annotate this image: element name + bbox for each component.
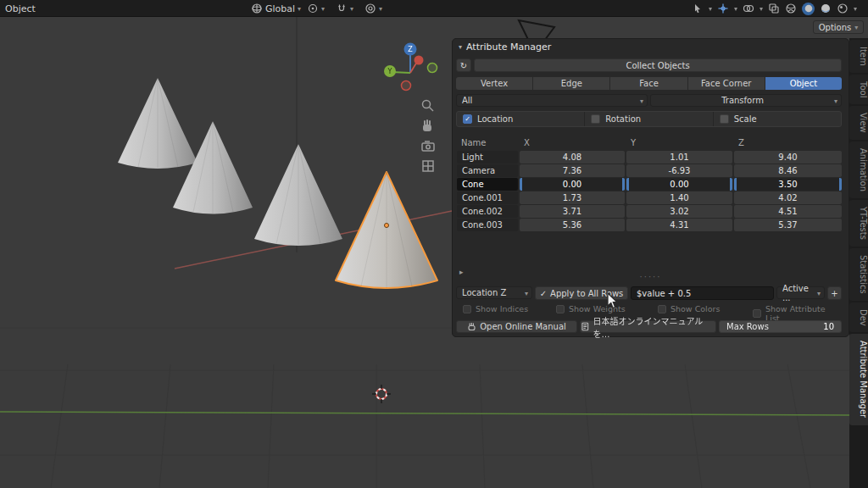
tab-yt-tests[interactable]: YT-Tests: [849, 200, 868, 247]
collect-objects-button[interactable]: Collect Objects: [474, 58, 842, 72]
gizmo-x-neg-axis[interactable]: [402, 81, 411, 91]
subpanel-expand-icon[interactable]: ▸: [459, 268, 464, 276]
table-row: Cone.003 5.36 4.31 5.37: [457, 219, 842, 231]
camera-view-icon[interactable]: [422, 141, 434, 151]
options-button[interactable]: Options ▾: [813, 20, 864, 34]
row-x-cell[interactable]: 0.00: [520, 178, 625, 191]
batch-attribute-dropdown[interactable]: Location Z ▾: [456, 286, 532, 299]
row-z-cell[interactable]: 8.46: [734, 164, 842, 177]
tab-item[interactable]: Item: [849, 40, 868, 73]
tab-object[interactable]: Object: [765, 77, 842, 90]
tab-tool[interactable]: Tool: [849, 75, 868, 104]
toggle-rotation[interactable]: Rotation: [585, 112, 713, 126]
row-y-cell[interactable]: 1.01: [626, 151, 732, 164]
chevron-down-icon: ▾: [854, 5, 857, 13]
magnet-icon: [336, 3, 348, 14]
rendered-shading-icon[interactable]: [837, 3, 849, 14]
tab-vertex[interactable]: Vertex: [456, 77, 532, 90]
gizmo-y-neg-axis[interactable]: [428, 64, 437, 73]
row-name-cell[interactable]: Cone: [457, 178, 518, 191]
row-z-cell[interactable]: 4.51: [734, 205, 842, 218]
tab-face-corner[interactable]: Face Corner: [688, 77, 765, 90]
solid-shading-active[interactable]: [802, 3, 815, 15]
toggle-location[interactable]: ✓ Location: [457, 112, 585, 126]
panel-collapse-icon[interactable]: ▾: [459, 43, 462, 51]
toggle-scale[interactable]: Scale: [714, 112, 841, 126]
navigation-gizmo[interactable]: Z Y: [384, 43, 437, 91]
tab-edge[interactable]: Edge: [533, 77, 609, 90]
row-y-cell[interactable]: 0.00: [626, 178, 732, 191]
globe-icon: [251, 3, 263, 14]
row-x-cell[interactable]: 7.36: [520, 164, 625, 177]
chevron-down-icon: ▾: [640, 97, 643, 104]
refresh-button[interactable]: ↻: [456, 58, 471, 72]
tab-dev[interactable]: Dev: [849, 302, 868, 333]
gizmos-icon[interactable]: [717, 3, 729, 14]
resize-handle[interactable]: ·····: [640, 272, 662, 281]
header-z: Z: [734, 138, 842, 150]
snap-dropdown[interactable]: ▾: [336, 0, 353, 17]
cursor-3d: [372, 385, 391, 403]
open-online-manual-button[interactable]: Open Online Manual: [456, 320, 577, 333]
add-attribute-button[interactable]: +: [827, 286, 842, 300]
topbar: Object Global ▾ ▾ ▾ ▾ ▾ ▾: [0, 0, 868, 17]
mode-menu[interactable]: Object: [5, 0, 36, 17]
proportional-edit-dropdown[interactable]: ▾: [364, 0, 382, 17]
row-name-cell[interactable]: Light: [457, 151, 518, 164]
row-x-cell[interactable]: 3.71: [520, 205, 625, 218]
tab-statistics[interactable]: Statistics: [849, 248, 868, 301]
tab-face[interactable]: Face: [610, 77, 687, 90]
open-japanese-manual-button[interactable]: 日本語オンラインマニュアルを…: [580, 320, 716, 333]
tab-view[interactable]: View: [849, 106, 868, 140]
row-name-cell[interactable]: Cone.001: [457, 191, 518, 204]
row-z-cell[interactable]: 5.37: [734, 219, 842, 231]
checkbox-unchecked[interactable]: [753, 309, 761, 318]
checkbox-unchecked[interactable]: [658, 305, 666, 313]
checkbox-unchecked[interactable]: [463, 305, 471, 313]
attribute-filter-dropdown[interactable]: All ▾: [456, 94, 648, 107]
checkbox-checked[interactable]: ✓: [463, 114, 472, 124]
row-y-cell[interactable]: 3.02: [626, 205, 732, 218]
zoom-control-icon[interactable]: [423, 101, 434, 112]
row-y-cell[interactable]: -6.93: [626, 164, 732, 177]
row-name-cell[interactable]: Cone.003: [457, 219, 518, 231]
object-origin-dot: [385, 224, 389, 228]
chevron-down-icon: ▾: [298, 5, 301, 13]
checkbox-unchecked[interactable]: [720, 114, 729, 124]
pivot-dropdown[interactable]: ▾: [307, 0, 325, 17]
wireframe-shading-icon[interactable]: [785, 3, 797, 14]
pan-control-icon[interactable]: [423, 119, 431, 131]
category-dropdown[interactable]: Transform ▾: [650, 94, 842, 107]
toggle-show-indices[interactable]: Show Indices: [463, 304, 528, 313]
material-shading-icon[interactable]: [820, 3, 832, 14]
row-x-cell[interactable]: 5.36: [520, 219, 625, 231]
row-name-cell[interactable]: Camera: [457, 164, 518, 177]
xray-icon[interactable]: [768, 3, 780, 14]
row-name-cell[interactable]: Cone.002: [457, 205, 518, 218]
row-y-cell[interactable]: 4.31: [626, 219, 732, 231]
grid-view-icon[interactable]: [423, 161, 433, 171]
row-z-cell[interactable]: 9.40: [734, 151, 842, 164]
max-rows-field[interactable]: Max Rows 10: [719, 320, 842, 333]
gizmo-x-axis[interactable]: [415, 56, 424, 65]
row-x-cell[interactable]: 1.73: [520, 191, 625, 204]
checkbox-unchecked[interactable]: [591, 114, 600, 124]
checkbox-unchecked[interactable]: [556, 305, 565, 313]
tab-animation[interactable]: Animation: [849, 141, 868, 198]
mode-label: Object: [5, 3, 36, 14]
table-header: Name X Y Z: [457, 138, 842, 150]
expression-input[interactable]: [631, 286, 774, 300]
selectability-icon[interactable]: [692, 3, 704, 14]
row-z-cell[interactable]: 4.02: [734, 191, 842, 204]
toggle-label: Show Indices: [476, 304, 528, 313]
viewport-header-controls: ▾ ▾ ▾ ▾: [692, 0, 857, 17]
row-z-cell[interactable]: 3.50: [734, 178, 842, 191]
overlays-icon[interactable]: [743, 3, 754, 14]
orientation-dropdown[interactable]: Global ▾: [251, 0, 301, 17]
row-y-cell[interactable]: 1.40: [626, 191, 732, 204]
batch-target-dropdown[interactable]: Active ... ▾: [776, 286, 825, 299]
tab-attribute-manager[interactable]: Attribute Manager: [849, 334, 868, 424]
toggle-show-colors[interactable]: Show Colors: [658, 304, 720, 313]
row-x-cell[interactable]: 4.08: [520, 151, 625, 164]
options-label: Options: [819, 23, 852, 32]
